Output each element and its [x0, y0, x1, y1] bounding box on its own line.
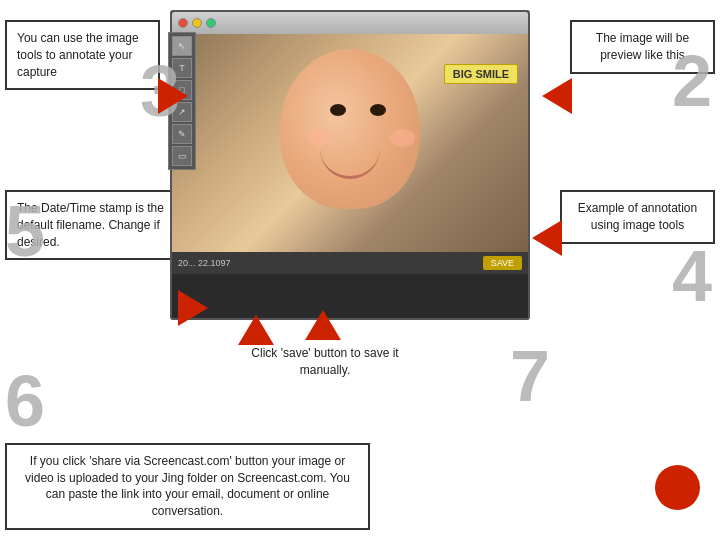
callout-bottom: If you click 'share via Screencast.com' …: [5, 443, 370, 530]
baby-eye-left: [330, 104, 346, 116]
minimize-button[interactable]: [192, 18, 202, 28]
callout-bottom-text: If you click 'share via Screencast.com' …: [25, 454, 350, 518]
screenshot-window: BIG SMILE 20... 22.1097 SAVE: [170, 10, 530, 320]
close-button[interactable]: [178, 18, 188, 28]
step-number-7: 7: [510, 340, 550, 412]
maximize-button[interactable]: [206, 18, 216, 28]
arrow-to-image-right: [532, 220, 562, 256]
baby-cheek-left: [308, 129, 333, 147]
page: You can use the image tools to annotate …: [0, 0, 720, 540]
save-click-label: Click 'save' button to save it manually.: [250, 345, 400, 379]
arrow-to-toolbar: [158, 78, 188, 114]
callout-midright-text: Example of annotation using image tools: [578, 201, 697, 232]
step-number-5: 5: [5, 195, 45, 267]
baby-cheek-right: [390, 129, 415, 147]
baby-head: [280, 49, 420, 209]
baby-image: [260, 44, 440, 244]
filename-label: 20... 22.1097: [178, 258, 231, 268]
arrow-up-to-save: [305, 310, 341, 340]
callout-topleft: You can use the image tools to annotate …: [5, 20, 160, 90]
arrow-to-image-top: [542, 78, 572, 114]
callout-topleft-text: You can use the image tools to annotate …: [17, 31, 139, 79]
save-button[interactable]: SAVE: [483, 256, 522, 270]
step-number-2: 2: [672, 45, 712, 117]
arrow-to-statusbar: [178, 290, 208, 326]
statusbar: 20... 22.1097 SAVE: [172, 252, 528, 274]
annotation-label: BIG SMILE: [444, 64, 518, 84]
baby-smile: [320, 149, 380, 179]
step-number-4: 4: [672, 240, 712, 312]
titlebar: [172, 12, 528, 34]
red-circle-decoration: [655, 465, 700, 510]
image-area: BIG SMILE: [172, 34, 528, 252]
step-number-6: 6: [5, 365, 45, 437]
baby-eye-right: [370, 104, 386, 116]
arrow-up-statusbar: [238, 315, 274, 345]
toolbar-highlight-icon[interactable]: ▭: [172, 146, 192, 166]
